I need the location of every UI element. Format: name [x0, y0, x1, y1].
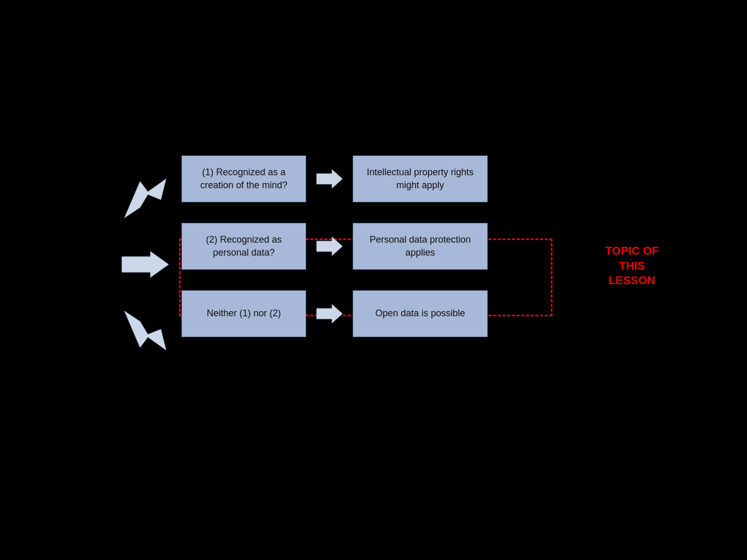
row1-left-box: (1) Recognized as a creation of the mind… — [182, 156, 306, 202]
svg-marker-2 — [125, 311, 166, 350]
row1-left-text: (1) Recognized as a creation of the mind… — [195, 166, 293, 192]
row2-left-text: (2) Recognized as personal data? — [195, 233, 293, 259]
right-arrow-icon-2 — [316, 236, 342, 257]
row2-arrow — [316, 236, 342, 257]
arrow-down-right-icon — [119, 306, 171, 353]
svg-marker-5 — [316, 304, 342, 323]
left-arrows-group — [114, 176, 176, 353]
row3-left-box: Neither (1) nor (2) — [182, 290, 306, 337]
row3-right-text: Open data is possible — [375, 307, 465, 320]
row2-right-text: Personal data protection applies — [366, 233, 475, 259]
right-arrow-icon-3 — [316, 303, 342, 324]
svg-marker-4 — [316, 237, 342, 256]
right-arrow-icon — [316, 169, 342, 189]
row2-left-box: (2) Recognized as personal data? — [182, 223, 306, 270]
arrow-straight-right-icon — [119, 249, 171, 280]
row1-arrow — [316, 169, 342, 189]
row3-arrow — [316, 303, 342, 324]
row-2: (2) Recognized as personal data? Persona… — [182, 223, 628, 270]
arrow-up-right-icon — [119, 176, 171, 223]
svg-marker-3 — [316, 170, 342, 188]
svg-marker-1 — [122, 251, 169, 277]
rows-area: (1) Recognized as a creation of the mind… — [182, 156, 628, 337]
diagram-container: TOPIC OF THIS LESSON (1) Recognized as a… — [88, 124, 659, 436]
row-1: (1) Recognized as a creation of the mind… — [182, 156, 628, 202]
row3-left-text: Neither (1) nor (2) — [206, 307, 281, 320]
row-3: Neither (1) nor (2) Open data is possibl… — [182, 290, 628, 337]
row2-right-box: Personal data protection applies — [353, 223, 488, 270]
svg-marker-0 — [125, 179, 166, 218]
row1-right-text: Intellectual property rights might apply — [366, 166, 475, 192]
row3-right-box: Open data is possible — [353, 290, 488, 337]
row1-right-box: Intellectual property rights might apply — [353, 156, 488, 202]
